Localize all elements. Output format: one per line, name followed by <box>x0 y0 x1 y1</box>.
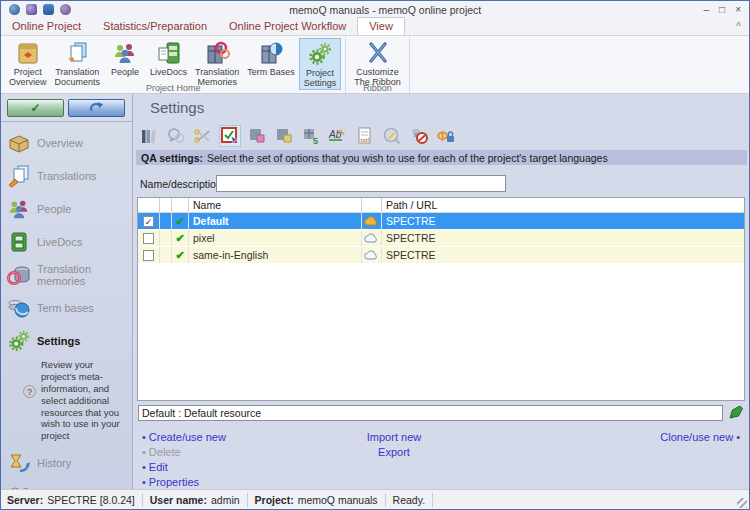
export-path-rules-icon[interactable]: txt! <box>355 126 375 146</box>
customize-ribbon-icon <box>365 40 391 66</box>
sidebar-item-history[interactable]: History <box>1 446 132 479</box>
livedocs-button[interactable]: LiveDocs <box>146 38 191 77</box>
window-controls: – □ × <box>704 4 741 15</box>
create-use-new-link[interactable]: •Create/use new <box>139 431 226 443</box>
sidebar-item-term-bases[interactable]: Term bases <box>1 291 132 324</box>
settings-description: ? Review your project's meta-information… <box>1 357 132 446</box>
translation-documents-button[interactable]: Translation Documents <box>51 38 105 88</box>
header-path-url[interactable]: Path / URL <box>382 199 744 211</box>
delete-link[interactable]: •Delete <box>139 446 181 458</box>
row-checkbox[interactable]: ✓ <box>143 216 154 227</box>
button-label: LiveDocs <box>150 67 187 77</box>
resource-console-icon[interactable] <box>43 4 54 15</box>
sidebar-item-settings[interactable]: Settings <box>1 324 132 357</box>
ribbon-tabs: Online Project Statistics/Preparation On… <box>1 18 749 36</box>
sidebar-item-overview[interactable]: Overview <box>1 126 132 159</box>
tab-view[interactable]: View <box>357 17 405 35</box>
name-description-label: Name/description <box>140 178 222 190</box>
term-bases-icon <box>258 40 284 66</box>
maximize-button[interactable]: □ <box>719 4 725 15</box>
translation-memories-icon <box>204 40 230 66</box>
clone-use-new-link[interactable]: Clone/use new• <box>660 431 743 443</box>
sidebar-item-label: History <box>37 457 71 469</box>
status-ready: Ready. <box>386 493 434 507</box>
cloud-resource-icon <box>364 233 379 244</box>
minimize-button[interactable]: – <box>704 4 710 15</box>
ignore-lists-icon[interactable]: Ab <box>328 126 348 146</box>
communication-settings-icon[interactable] <box>166 126 186 146</box>
properties-link[interactable]: •Properties <box>139 476 199 488</box>
tm-settings-icon[interactable] <box>247 126 267 146</box>
page-title: Settings <box>150 99 204 116</box>
svg-text:txt!: txt! <box>361 137 370 143</box>
status-project: Project:memoQ manuals <box>248 493 386 507</box>
translation-memories-button[interactable]: Translation Memories <box>191 38 243 88</box>
sidebar-item-label: LiveDocs <box>37 236 82 248</box>
segmentation-rules-icon[interactable] <box>193 126 213 146</box>
lqa-models-icon[interactable] <box>382 126 402 146</box>
project-settings-button[interactable]: Project Settings <box>299 38 342 90</box>
tab-online-project[interactable]: Online Project <box>1 18 92 35</box>
close-button[interactable]: × <box>735 4 741 15</box>
edit-link[interactable]: •Edit <box>139 461 168 473</box>
import-new-link[interactable]: Import new <box>324 431 464 443</box>
cloud-resource-icon <box>364 216 379 227</box>
sidebar-item-people[interactable]: People <box>1 192 132 225</box>
sidebar-item-translation-memories[interactable]: Translation memories <box>1 258 132 291</box>
row-checkbox[interactable] <box>143 250 154 261</box>
project-home-sidebar: ✓ Overview Translations <box>1 94 133 489</box>
header-name[interactable]: Name <box>189 198 362 212</box>
sidebar-item-label: Translation memories <box>37 263 132 287</box>
livedocs-icon <box>7 230 31 254</box>
people-icon <box>7 197 31 221</box>
name-description-input[interactable] <box>216 175 506 192</box>
font-substitution-icon[interactable]: Φ <box>436 126 456 146</box>
status-check-icon: ✔ <box>175 232 184 244</box>
history-icon <box>7 451 31 475</box>
translations-icon <box>7 164 31 188</box>
sidebar-item-livedocs[interactable]: LiveDocs <box>1 225 132 258</box>
ribbon-group-ribbon: Customize The Ribbon Ribbon <box>346 36 410 93</box>
edit-resource-icon[interactable] <box>728 404 744 420</box>
settings-description-text: Review your project's meta-information, … <box>41 359 127 442</box>
auto-translation-rules-icon[interactable]: 5 <box>301 126 321 146</box>
refresh-button[interactable] <box>68 99 125 117</box>
refresh-arrow-icon <box>89 101 104 115</box>
main-area: ✓ Overview Translations <box>1 94 749 489</box>
export-link[interactable]: Export <box>324 446 464 458</box>
tab-statistics-preparation[interactable]: Statistics/Preparation <box>92 18 218 35</box>
general-settings-icon[interactable] <box>139 126 159 146</box>
table-row-same-in-english[interactable]: ✔ same-in-English SPECTRE <box>138 247 744 264</box>
help-icon[interactable]: ? <box>23 385 36 398</box>
project-overview-button[interactable]: Project Overview <box>5 38 51 88</box>
sidebar-item-label: People <box>37 203 71 215</box>
people-button[interactable]: People <box>104 38 146 77</box>
sidebar-item-translations[interactable]: Translations <box>1 159 132 192</box>
term-bases-button[interactable]: Term Bases <box>243 38 299 77</box>
stop-word-lists-icon[interactable] <box>409 126 429 146</box>
server-administrator-icon[interactable] <box>26 4 37 15</box>
apply-button[interactable]: ✓ <box>7 99 64 117</box>
table-row-pixel[interactable]: ✔ pixel SPECTRE <box>138 230 744 247</box>
tab-online-project-workflow[interactable]: Online Project Workflow <box>218 18 357 35</box>
status-check-icon: ✔ <box>175 249 184 261</box>
online-project-icon[interactable] <box>9 4 20 15</box>
translation-memories-icon <box>7 263 31 287</box>
sidebar-item-label: Translations <box>37 170 97 182</box>
table-row-default[interactable]: ✓ ✔ Default SPECTRE <box>138 213 744 230</box>
row-checkbox[interactable] <box>143 233 154 244</box>
resource-name: same-in-English <box>189 247 362 263</box>
ribbon-group-label: Ribbon <box>346 83 409 93</box>
collapse-ribbon-chevron-icon[interactable]: ^ <box>736 21 741 32</box>
resource-name: pixel <box>189 230 362 246</box>
selected-resource-field[interactable]: Default : Default resource <box>138 405 723 421</box>
livedocs-settings-icon[interactable] <box>274 126 294 146</box>
qa-settings-icon[interactable] <box>220 126 240 146</box>
resource-path: SPECTRE <box>382 215 744 227</box>
sidebar-action-buttons: ✓ <box>1 94 132 122</box>
status-bar: Server:SPECTRE [8.0.24] User name:admin … <box>1 489 749 510</box>
customize-ribbon-button[interactable]: Customize The Ribbon <box>350 38 405 88</box>
options-icon[interactable] <box>60 4 71 15</box>
qa-settings-banner-text: Select the set of options that you wish … <box>207 152 608 164</box>
resize-grip[interactable] <box>737 498 747 508</box>
